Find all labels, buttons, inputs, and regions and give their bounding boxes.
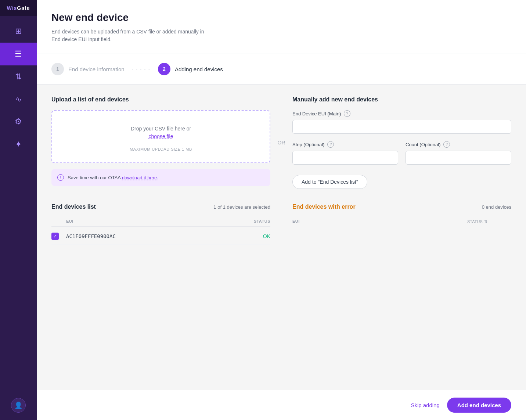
eui-input[interactable] (292, 120, 511, 134)
manual-section-title: Manually add new end devices (292, 96, 511, 103)
stepper-section: 1 End device information - - - - - 2 Add… (37, 54, 526, 85)
step-connector: - - - - - (132, 67, 151, 72)
add-end-devices-button[interactable]: Add end devices (447, 398, 511, 413)
user-icon: 👤 (14, 401, 22, 409)
error-col-eui: EUI (292, 219, 467, 224)
add-to-list-button[interactable]: Add to "End Devices list" (292, 175, 367, 189)
or-divider: OR (270, 96, 292, 189)
count-label: Count (Optional) ? (406, 141, 511, 148)
table-row: ✓ AC1F09FFFE0900AC OK (51, 228, 270, 245)
activity-icon: ∿ (15, 95, 22, 104)
sidebar-item-network[interactable]: ⇅ (0, 65, 37, 88)
step-1-circle: 1 (51, 63, 64, 75)
list-count: 1 of 1 devices are selected (213, 204, 270, 210)
col-eui-header: EUI (66, 219, 234, 223)
choose-file-text[interactable]: choose file (149, 133, 173, 139)
end-devices-list: End devices list 1 of 1 devices are sele… (51, 204, 270, 245)
main-content: New end device End devices can be upload… (37, 0, 526, 420)
info-banner: ! Save time with our OTAA download it he… (51, 169, 270, 186)
devices-icon: ☰ (15, 49, 22, 59)
list-header: End devices list 1 of 1 devices are sele… (51, 204, 270, 210)
eui-form-group: End Device EUI (Main) ? (292, 110, 511, 134)
step-2-circle: 2 (158, 63, 170, 75)
settings-icon: ⚙ (15, 117, 22, 126)
error-col-status[interactable]: STATUS ⇅ (467, 219, 511, 224)
step-form-group: Step (Optional) ? (292, 141, 398, 165)
step-2: 2 Adding end devices (158, 63, 223, 75)
logo: WisGate (0, 0, 37, 16)
step-input[interactable] (292, 151, 398, 165)
network-icon: ⇅ (15, 72, 22, 82)
plugins-icon: ✦ (15, 140, 22, 149)
upload-col: Upload a list of end devices Drop your C… (51, 96, 270, 189)
count-form-group: Count (Optional) ? (406, 141, 511, 165)
sidebar-item-plugins[interactable]: ✦ (0, 133, 37, 156)
page-title: New end device (51, 12, 511, 24)
step-help-icon[interactable]: ? (327, 141, 334, 148)
row-checkbox[interactable]: ✓ (51, 233, 59, 240)
error-title: End devices with error (292, 204, 356, 210)
sidebar-item-activity[interactable]: ∿ (0, 88, 37, 110)
error-list-header: End devices with error 0 end devices (292, 204, 511, 210)
stepper: 1 End device information - - - - - 2 Add… (51, 63, 511, 75)
eui-label: End Device EUI (Main) ? (292, 110, 511, 117)
manual-col: Manually add new end devices End Device … (292, 96, 511, 189)
download-link[interactable]: download it here. (122, 175, 158, 180)
body-area: Upload a list of end devices Drop your C… (37, 85, 526, 390)
sidebar: WisGate ⊞ ☰ ⇅ ∿ ⚙ ✦ 👤 (0, 0, 37, 420)
error-section: End devices with error 0 end devices EUI… (292, 204, 511, 245)
sidebar-bottom: 👤 (11, 398, 26, 420)
count-help-icon[interactable]: ? (443, 141, 450, 148)
sidebar-nav: ⊞ ☰ ⇅ ∿ ⚙ ✦ (0, 16, 37, 398)
step-1: 1 End device information (51, 63, 125, 75)
choose-file-link[interactable]: choose file (60, 133, 262, 140)
page-subtitle: End devices can be uploaded from a CSV f… (51, 28, 511, 43)
sidebar-item-dashboard[interactable]: ⊞ (0, 20, 37, 43)
skip-adding-button[interactable]: Skip adding (411, 402, 439, 408)
info-text: Save time with our OTAA download it here… (68, 175, 158, 180)
dashboard-icon: ⊞ (15, 26, 22, 36)
row-status: OK (234, 233, 270, 239)
info-icon: ! (57, 174, 64, 181)
sidebar-item-settings[interactable]: ⚙ (0, 110, 37, 133)
upload-section-title: Upload a list of end devices (51, 96, 270, 103)
main-two-col: Upload a list of end devices Drop your C… (51, 96, 511, 189)
drop-text: Drop your CSV file here or (60, 126, 262, 132)
count-input[interactable] (406, 151, 511, 165)
error-table-header: EUI STATUS ⇅ (292, 216, 511, 227)
error-count: 0 end devices (482, 204, 511, 210)
col-status-header: STATUS (234, 219, 270, 223)
bottom-actions: Skip adding Add end devices (37, 390, 526, 420)
eui-help-icon[interactable]: ? (344, 110, 350, 117)
step-2-label: Adding end devices (175, 66, 223, 72)
list-title: End devices list (51, 204, 96, 210)
lists-two-col: End devices list 1 of 1 devices are sele… (51, 204, 511, 254)
sidebar-item-devices[interactable]: ☰ (0, 43, 37, 65)
sort-icon: ⇅ (484, 219, 487, 224)
avatar[interactable]: 👤 (11, 398, 26, 413)
step-1-label: End device information (68, 66, 125, 72)
table-header: EUI STATUS (51, 216, 270, 227)
upload-zone[interactable]: Drop your CSV file here or choose file M… (51, 110, 270, 163)
step-label: Step (Optional) ? (292, 141, 398, 148)
max-upload-text: MAXIMUM UPLOAD SIZE 1 MB (60, 147, 262, 151)
header: New end device End devices can be upload… (37, 0, 526, 54)
step-count-row: Step (Optional) ? Count (Optional) ? (292, 141, 511, 172)
row-eui: AC1F09FFFE0900AC (66, 233, 234, 239)
